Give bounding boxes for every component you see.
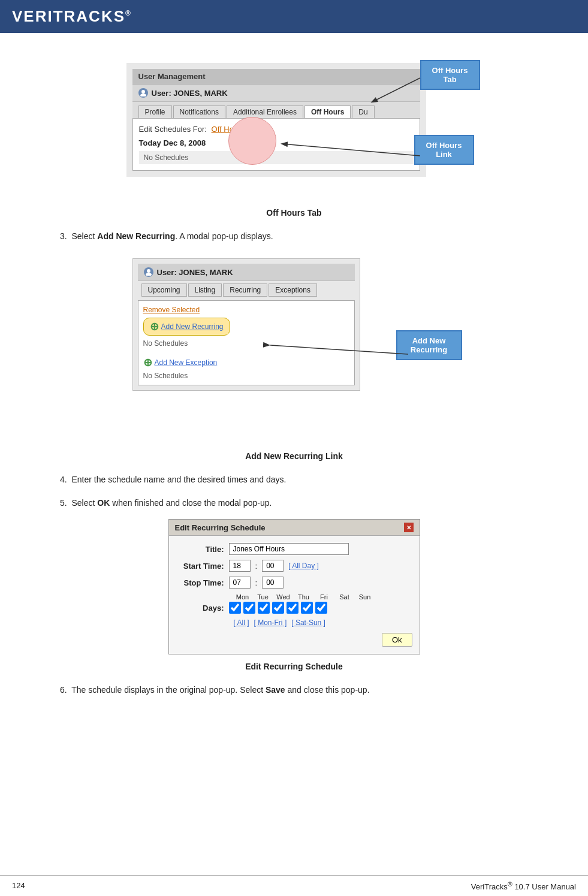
tab-profile[interactable]: Profile [138,105,172,118]
svg-point-5 [146,273,152,276]
header: VeriTracks® [0,0,588,33]
screenshot2-container: User: JONES, MARK Upcoming Listing Recur… [120,252,468,444]
page-number: 124 [12,881,25,890]
s2-tab-recurring[interactable]: Recurring [223,283,267,297]
svg-point-4 [147,269,150,273]
add-new-exception-label: Add New Exception [155,358,218,367]
screenshot1-wrapper: User Management User: JONES, MARK Profil… [48,57,540,201]
day-thu-checkbox[interactable] [272,602,284,614]
um-tabs: Profile Notifications Additional Enrolle… [132,102,420,118]
footer: 124 VeriTracks® 10.7 User Manual [0,875,588,896]
s3-titlebar: Edit Recurring Schedule ✕ [169,520,420,536]
step5-text: 5. Select OK when finished and close the… [60,496,540,509]
ok-button[interactable]: Ok [382,633,412,647]
day-mon-checkbox[interactable] [229,602,241,614]
s2-user-bar: User: JONES, MARK [138,264,355,281]
day-fri-label: Fri [315,593,333,601]
sat-sun-link[interactable]: [ Sat-Sun ] [291,619,325,627]
tab-additional-enrollees[interactable]: Additional Enrollees [227,105,303,118]
screenshot2-wrapper: User: JONES, MARK Upcoming Listing Recur… [48,252,540,444]
day-sat-label: Sat [336,593,354,601]
main-content: User Management User: JONES, MARK Profil… [0,33,588,725]
tab-du[interactable]: Du [352,105,374,118]
step6-text: 6. The schedule displays in the original… [60,683,540,696]
tab-off-hours[interactable]: Off Hours [304,105,351,118]
screenshot1-container: User Management User: JONES, MARK Profil… [108,57,480,201]
s2-user-icon [144,267,153,277]
um-title: User Management [132,69,420,85]
stop-min[interactable] [262,577,284,589]
days-row: Days: [176,602,412,614]
s2-tab-listing[interactable]: Listing [188,283,222,297]
all-day-link[interactable]: [ All Day ] [288,562,319,570]
svg-point-1 [140,93,146,96]
footer-brand: VeriTracks® 10.7 User Manual [471,880,576,891]
plus-icon-exception: ⊕ [143,356,152,369]
stop-label: Stop Time: [176,578,224,587]
screenshot3-wrapper: Edit Recurring Schedule ✕ Title: Start T… [48,519,540,654]
logo: VeriTracks® [12,7,132,26]
stop-time-row: Stop Time: : [176,577,412,589]
caption-edit-recurring: Edit Recurring Schedule [48,662,540,671]
um-user-bar: User: JONES, MARK [132,85,420,102]
close-button[interactable]: ✕ [404,523,414,532]
start-label: Start Time: [176,562,224,571]
day-tue-checkbox[interactable] [243,602,255,614]
no-schedules-exception: No Schedules [143,372,349,380]
days-label: Days: [176,604,224,613]
add-new-recurring-label: Add New Recurring [161,322,224,331]
s2-body: Remove Selected ⊕ Add New Recurring No S… [138,300,355,385]
day-tue-label: Tue [254,593,272,601]
date-line: Today Dec 8, 2008 [139,138,414,147]
start-time-row: Start Time: : [ All Day ] [176,560,412,572]
callout-add-new-recurring: Add NewRecurring [396,330,462,360]
callout-off-hours-link: Off HoursLink [414,135,474,165]
start-hour[interactable] [229,560,251,572]
screenshot3: Edit Recurring Schedule ✕ Title: Start T… [168,519,420,654]
quick-links-row: [ All ] [ Mon-Fri ] [ Sat-Sun ] [234,619,412,627]
user-icon [138,88,148,98]
ok-row: Ok [176,633,412,647]
no-schedules-1: No Schedules [139,151,414,164]
screenshot2: User: JONES, MARK Upcoming Listing Recur… [132,258,360,391]
caption-off-hours-tab: Off Hours Tab [48,208,540,218]
um-body: Edit Schedules For: Off Hours Today Dec … [132,118,420,171]
title-row: Title: [176,543,412,555]
step4-text: 4. Enter the schedule name and the desir… [60,473,540,486]
add-new-recurring-btn[interactable]: ⊕ Add New Recurring [143,318,230,336]
days-header-row: Mon Tue Wed Thu Fri Sat Sun [234,593,412,601]
mon-fri-link[interactable]: [ Mon-Fri ] [254,619,287,627]
bubble-off-hours-link [228,117,276,165]
plus-icon-recurring: ⊕ [150,320,159,333]
s2-tabs: Upcoming Listing Recurring Exceptions [138,283,355,297]
step3-text: 3. Select Add New Recurring. A modal pop… [60,230,540,243]
all-link[interactable]: [ All ] [234,619,249,627]
caption-add-new-recurring: Add New Recurring Link [48,451,540,461]
s2-tab-upcoming[interactable]: Upcoming [141,283,187,297]
day-sun-checkbox[interactable] [315,602,327,614]
day-thu-label: Thu [295,593,313,601]
s3-body: Title: Start Time: : [ All Day ] Stop Ti… [169,536,420,654]
tab-notifications[interactable]: Notifications [173,105,225,118]
s2-tab-exceptions[interactable]: Exceptions [269,283,317,297]
add-new-exception-btn[interactable]: ⊕ Add New Exception [143,356,349,369]
title-input[interactable] [229,543,349,555]
no-schedules-recurring: No Schedules [143,339,349,348]
callout-off-hours-tab: Off HoursTab [420,60,480,90]
day-mon-label: Mon [234,593,252,601]
start-min[interactable] [262,560,284,572]
svg-point-0 [141,90,145,93]
days-checkboxes [229,602,327,614]
edit-schedules-line: Edit Schedules For: Off Hours [139,125,414,134]
day-sun-label: Sun [356,593,374,601]
day-wed-checkbox[interactable] [258,602,270,614]
stop-hour[interactable] [229,577,251,589]
title-label: Title: [176,545,224,554]
day-wed-label: Wed [275,593,293,601]
screenshot1: User Management User: JONES, MARK Profil… [126,63,426,177]
remove-selected-link[interactable]: Remove Selected [143,306,349,314]
day-fri-checkbox[interactable] [287,602,298,614]
day-sat-checkbox[interactable] [301,602,313,614]
